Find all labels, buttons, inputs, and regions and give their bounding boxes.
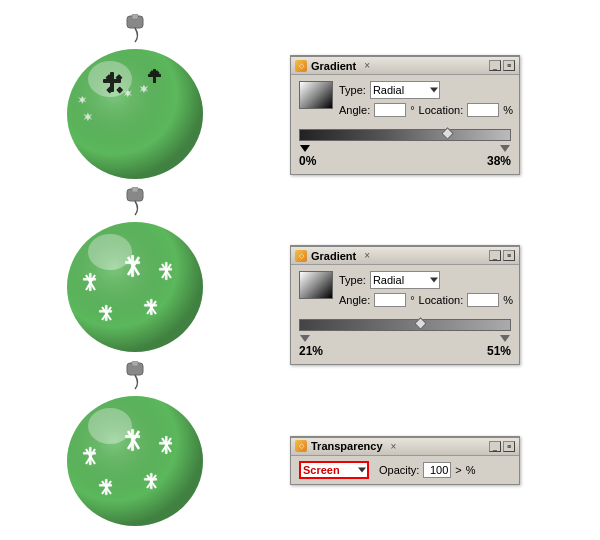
- angle-input-2[interactable]: [374, 293, 406, 307]
- gradient-panel-1-titlebar: ◇ Gradient × _ ≡: [291, 57, 519, 75]
- location-label-1: Location:: [419, 104, 464, 116]
- gradient-title-left-1: ◇ Gradient ×: [295, 60, 370, 72]
- gradient-panel-2: ◇ Gradient × _ ≡ Type:: [290, 245, 520, 365]
- stop-arrow-left-1[interactable]: [300, 145, 310, 152]
- menu-btn-1[interactable]: ≡: [503, 60, 515, 71]
- gradient-panel-2-body: Type: Radial Linear Angle:: [291, 265, 519, 364]
- gradient-bar-2[interactable]: [299, 319, 511, 331]
- angle-location-row-1: Angle: ° Location: %: [339, 103, 513, 117]
- angle-label-1: Angle:: [339, 104, 370, 116]
- type-select-wrapper-1: Radial Linear: [370, 81, 440, 99]
- angle-input-1[interactable]: [374, 103, 406, 117]
- panel-controls-3: _ ≡: [489, 441, 515, 452]
- gradient-title-text-2: Gradient: [311, 250, 356, 262]
- location-percent-2: %: [503, 294, 513, 306]
- minimize-btn-1[interactable]: _: [489, 60, 501, 71]
- angle-label-2: Angle:: [339, 294, 370, 306]
- panels-column: ◇ Gradient × _ ≡ Type:: [270, 0, 600, 540]
- ornaments-column: [0, 0, 270, 540]
- menu-btn-3[interactable]: ≡: [503, 441, 515, 452]
- gradient-title-left-2: ◇ Gradient ×: [295, 250, 370, 262]
- gradient-title-text-1: Gradient: [311, 60, 356, 72]
- degree-symbol-1: °: [410, 104, 414, 116]
- percent-row-2: 21% 51%: [299, 344, 511, 358]
- ornament-1: [55, 12, 215, 182]
- minimize-btn-2[interactable]: _: [489, 250, 501, 261]
- svg-rect-12: [148, 74, 161, 77]
- left-percent-2: 21%: [299, 344, 323, 358]
- gradient-type-section-1: Type: Radial Linear Angle:: [339, 81, 513, 123]
- gradient-diamond-handle-2[interactable]: [414, 318, 427, 331]
- stop-markers-row-2: [299, 335, 511, 342]
- gradient-top-controls-2: Type: Radial Linear Angle:: [299, 271, 511, 313]
- gradient-type-section-2: Type: Radial Linear Angle:: [339, 271, 513, 313]
- gradient-icon-2: ◇: [295, 250, 307, 262]
- gradient-preview-2: [299, 271, 333, 299]
- location-input-2[interactable]: [467, 293, 499, 307]
- blend-row: Screen Normal Multiply Overlay Opacity: …: [299, 461, 511, 479]
- gradient-panel-1: ◇ Gradient × _ ≡ Type:: [290, 55, 520, 175]
- blend-mode-select[interactable]: Screen Normal Multiply Overlay: [299, 461, 369, 479]
- minimize-btn-3[interactable]: _: [489, 441, 501, 452]
- ornament-2: [55, 185, 215, 355]
- gradient-close-btn-2[interactable]: ×: [364, 250, 370, 261]
- degree-symbol-2: °: [410, 294, 414, 306]
- panel-controls-1: _ ≡: [489, 60, 515, 71]
- gradient-bar-1[interactable]: [299, 129, 511, 141]
- location-percent-1: %: [503, 104, 513, 116]
- type-select-2[interactable]: Radial Linear: [370, 271, 440, 289]
- gradient-panel-1-body: Type: Radial Linear Angle:: [291, 75, 519, 174]
- percent-row-1: 0% 38%: [299, 154, 511, 168]
- gradient-diamond-handle-1[interactable]: [441, 127, 454, 140]
- panel-controls-2: _ ≡: [489, 250, 515, 261]
- transparency-title-text: Transparency: [311, 440, 383, 452]
- transparency-close-btn[interactable]: ×: [391, 441, 397, 452]
- stop-arrow-right-1[interactable]: [500, 145, 510, 152]
- gradient-top-controls-1: Type: Radial Linear Angle:: [299, 81, 511, 123]
- location-input-1[interactable]: [467, 103, 499, 117]
- type-select-1[interactable]: Radial Linear: [370, 81, 440, 99]
- location-label-2: Location:: [419, 294, 464, 306]
- main-container: ◇ Gradient × _ ≡ Type:: [0, 0, 600, 540]
- gradient-preview-1: [299, 81, 333, 109]
- gradient-slider-track-1: [299, 127, 511, 143]
- gradient-icon-1: ◇: [295, 60, 307, 72]
- right-percent-1: 38%: [487, 154, 511, 168]
- svg-rect-20: [132, 187, 138, 192]
- opacity-label: Opacity:: [379, 464, 419, 476]
- type-select-wrapper-2: Radial Linear: [370, 271, 440, 289]
- gradient-slider-track-2: [299, 317, 511, 333]
- menu-btn-2[interactable]: ≡: [503, 250, 515, 261]
- transparency-panel: ◇ Transparency × _ ≡ Screen Normal Multi…: [290, 436, 520, 485]
- angle-location-row-2: Angle: ° Location: %: [339, 293, 513, 307]
- type-label-1: Type:: [339, 84, 366, 96]
- opacity-input[interactable]: [423, 462, 451, 478]
- opacity-percent: >: [455, 464, 461, 476]
- transparency-icon: ◇: [295, 440, 307, 452]
- transparency-title-left: ◇ Transparency ×: [295, 440, 396, 452]
- stop-markers-row-1: [299, 145, 511, 152]
- gradient-close-btn-1[interactable]: ×: [364, 60, 370, 71]
- right-percent-2: 51%: [487, 344, 511, 358]
- left-percent-1: 0%: [299, 154, 316, 168]
- type-label-2: Type:: [339, 274, 366, 286]
- ornament-3: [55, 358, 215, 528]
- type-row-2: Type: Radial Linear: [339, 271, 513, 289]
- opacity-percent-symbol: %: [466, 464, 476, 476]
- blend-select-wrapper: Screen Normal Multiply Overlay: [299, 461, 369, 479]
- stop-arrow-left-2[interactable]: [300, 335, 310, 342]
- type-row-1: Type: Radial Linear: [339, 81, 513, 99]
- svg-rect-1: [132, 14, 138, 19]
- svg-rect-45: [132, 361, 138, 366]
- stop-arrow-right-2[interactable]: [500, 335, 510, 342]
- gradient-panel-2-titlebar: ◇ Gradient × _ ≡: [291, 247, 519, 265]
- transparency-panel-titlebar: ◇ Transparency × _ ≡: [291, 438, 519, 456]
- transparency-panel-body: Screen Normal Multiply Overlay Opacity: …: [291, 456, 519, 484]
